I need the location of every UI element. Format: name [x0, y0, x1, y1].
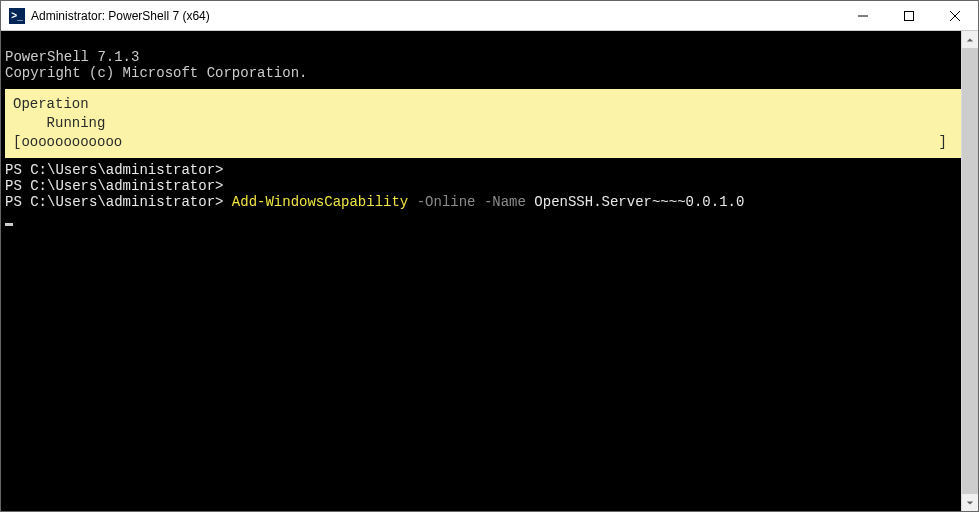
prompt-line-3: PS C:\Users\administrator> Add-WindowsCa…	[5, 194, 744, 210]
terminal[interactable]: PowerShell 7.1.3 Copyright (c) Microsoft…	[1, 31, 961, 511]
close-icon	[950, 11, 960, 21]
maximize-button[interactable]	[886, 1, 932, 30]
vertical-scrollbar[interactable]	[961, 31, 978, 511]
scroll-up-button[interactable]	[962, 31, 978, 48]
scroll-down-button[interactable]	[962, 494, 978, 511]
progress-status: Running	[47, 115, 106, 131]
powershell-icon: >_	[9, 8, 25, 24]
titlebar[interactable]: >_ Administrator: PowerShell 7 (x64)	[1, 1, 978, 31]
window-controls	[840, 1, 978, 30]
cmdlet: Add-WindowsCapability	[232, 194, 408, 210]
progress-bracket-close: ]	[939, 133, 953, 152]
param-online: -Online	[417, 194, 476, 210]
powershell-window: >_ Administrator: PowerShell 7 (x64) Pow…	[0, 0, 979, 512]
scroll-thumb[interactable]	[962, 48, 978, 494]
maximize-icon	[904, 11, 914, 21]
progress-bar: [oooooooooooo]	[13, 133, 953, 152]
chevron-up-icon	[966, 36, 974, 44]
param-name: -Name	[484, 194, 526, 210]
progress-panel: Operation Running [oooooooooooo]	[5, 89, 961, 158]
banner-copyright: Copyright (c) Microsoft Corporation.	[5, 65, 307, 81]
client-area: PowerShell 7.1.3 Copyright (c) Microsoft…	[1, 31, 978, 511]
progress-fill: oooooooooooo	[21, 133, 122, 152]
banner-version: PowerShell 7.1.3	[5, 49, 139, 65]
cursor	[5, 223, 13, 226]
scroll-track[interactable]	[962, 48, 978, 494]
progress-title: Operation	[13, 96, 89, 112]
prompt-line-2: PS C:\Users\administrator>	[5, 178, 223, 194]
progress-bracket-open: [	[13, 133, 21, 152]
minimize-button[interactable]	[840, 1, 886, 30]
prompt-line-1: PS C:\Users\administrator>	[5, 162, 223, 178]
close-button[interactable]	[932, 1, 978, 30]
window-title: Administrator: PowerShell 7 (x64)	[31, 9, 210, 23]
chevron-down-icon	[966, 499, 974, 507]
arg-name-value: OpenSSH.Server~~~~0.0.1.0	[534, 194, 744, 210]
minimize-icon	[858, 11, 868, 21]
svg-rect-1	[905, 11, 914, 20]
